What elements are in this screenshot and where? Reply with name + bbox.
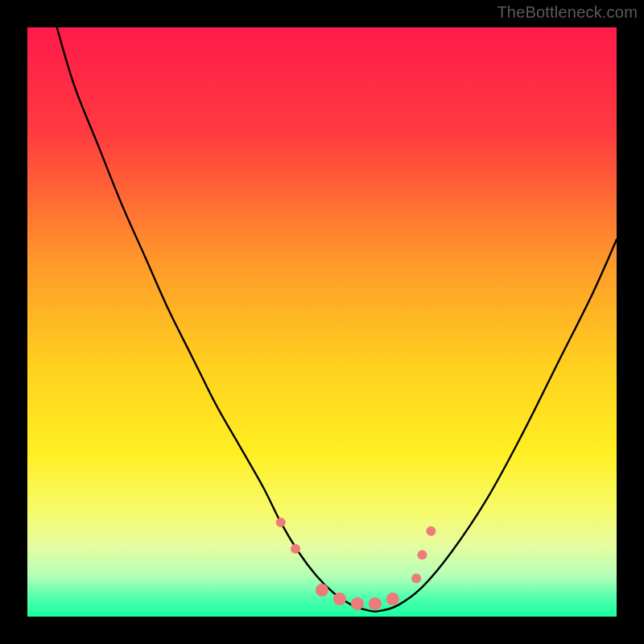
marker-right-3	[426, 526, 436, 536]
marker-right-1	[411, 573, 421, 583]
marker-left-2	[291, 544, 300, 554]
chart-frame: TheBottleneck.com	[0, 0, 644, 644]
marker-right-2	[417, 550, 427, 559]
chart-background	[27, 27, 617, 617]
chart-svg	[27, 27, 617, 617]
plot-area	[27, 27, 617, 617]
marker-flat-3	[351, 597, 364, 610]
marker-flat-5	[386, 592, 399, 605]
marker-flat-2	[333, 592, 346, 605]
watermark-text: TheBottleneck.com	[497, 3, 638, 22]
marker-flat-1	[316, 584, 328, 597]
marker-flat-4	[369, 597, 382, 610]
marker-left-1	[276, 518, 286, 527]
